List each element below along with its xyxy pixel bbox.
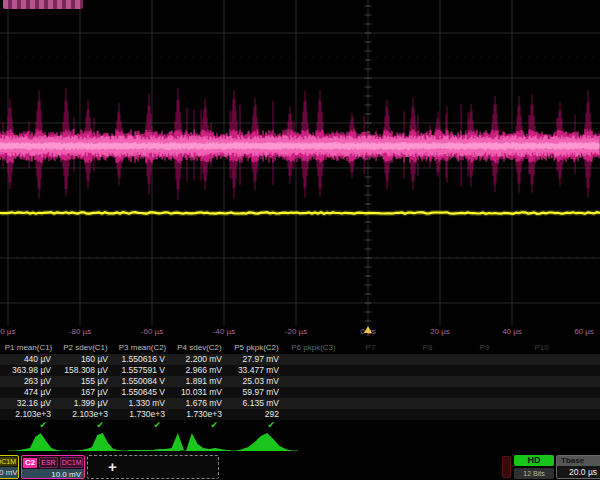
measure-P6-num	[285, 409, 342, 420]
measure-row-mean: 363.98 µV158.308 µV1.557591 V2.966 mV33.…	[0, 365, 600, 376]
measure-P5-sdev: 6.135 mV	[228, 398, 285, 409]
trigger-position-marker[interactable]	[364, 326, 372, 333]
measure-header-P8[interactable]: P8	[399, 342, 456, 354]
timebase-title: Tbase	[557, 456, 600, 466]
measure-header-P1[interactable]: P1 mean(C1)	[0, 342, 57, 354]
histicon-P2[interactable]	[70, 433, 130, 451]
measure-P4-min: 1.891 mV	[171, 376, 228, 387]
measure-P4-mean: 2.966 mV	[171, 365, 228, 376]
c2-eres-badge: ESR	[39, 457, 57, 468]
c1-scale-value: 0 mV	[0, 467, 18, 478]
measure-P4-num: 1.730e+3	[171, 409, 228, 420]
measure-P1-mean: 363.98 µV	[0, 365, 57, 376]
cropped-header-label	[3, 0, 83, 9]
measure-P3-sdev: 1.330 mV	[114, 398, 171, 409]
measure-P8-mean	[399, 365, 456, 376]
measure-P3-num: 1.730e+3	[114, 409, 171, 420]
measure-header-P6[interactable]: P6 pkpk(C3)	[285, 342, 342, 354]
measure-header-P5[interactable]: P5 pkpk(C2)	[228, 342, 285, 354]
time-axis-label: 40 µs	[502, 327, 522, 336]
measure-P5-mean: 33.477 mV	[228, 365, 285, 376]
oscilloscope-screen: -100 µs-80 µs-60 µs-40 µs-20 µs0 µs20 µs…	[0, 0, 600, 480]
measure-P7-max	[342, 387, 399, 398]
measure-P7-min	[342, 376, 399, 387]
measure-P7-mean	[342, 365, 399, 376]
histicon-P5[interactable]	[230, 433, 298, 451]
measure-row-num: 2.103e+32.103e+31.730e+31.730e+3292	[0, 409, 600, 420]
time-axis-label: 20 µs	[430, 327, 450, 336]
measure-P5-max: 59.97 mV	[228, 387, 285, 398]
descriptor-bar: DC1M 0 mV C2 ESR DC1M 10.0 mV + HD 12 Bi…	[0, 453, 600, 480]
timebase-value: 20.0 µs	[557, 466, 600, 478]
measure-P4-max: 10.031 mV	[171, 387, 228, 398]
measure-P9-min	[456, 376, 513, 387]
measure-P6-sdev	[285, 398, 342, 409]
measure-P4-value: 2.200 mV	[171, 354, 228, 365]
hd-mode-badge[interactable]: HD 12 Bits	[514, 455, 554, 479]
measure-P6-min	[285, 376, 342, 387]
measure-P8-max	[399, 387, 456, 398]
measure-P2-num: 2.103e+3	[57, 409, 114, 420]
channel-c2-descriptor[interactable]: C2 ESR DC1M 10.0 mV	[21, 455, 85, 479]
measure-P10-sdev	[513, 398, 570, 409]
histicon-P1[interactable]	[8, 433, 68, 451]
plus-icon: +	[108, 458, 117, 475]
measure-P10-min	[513, 376, 570, 387]
measure-P1-sdev: 32.16 µV	[0, 398, 57, 409]
measure-header-P2[interactable]: P2 sdev(C1)	[57, 342, 114, 354]
measure-header-P3[interactable]: P3 mean(C2)	[114, 342, 171, 354]
measure-P3-min: 1.550084 V	[114, 376, 171, 387]
hd-bits-label: 12 Bits	[514, 468, 554, 479]
measure-P7-sdev	[342, 398, 399, 409]
measure-P10-value	[513, 354, 570, 365]
add-trace-button[interactable]: +	[87, 455, 219, 479]
measure-header-P10[interactable]: P10	[513, 342, 570, 354]
histicon-strip	[0, 429, 600, 454]
time-axis-label: 60 µs	[574, 327, 594, 336]
measure-P5-num: 292	[228, 409, 285, 420]
measure-P8-num	[399, 409, 456, 420]
measure-P1-max: 474 µV	[0, 387, 57, 398]
measure-P1-value: 440 µV	[0, 354, 57, 365]
measure-P2-sdev: 1.399 µV	[57, 398, 114, 409]
measure-P6-mean	[285, 365, 342, 376]
measure-header-P7[interactable]: P7	[342, 342, 399, 354]
measure-P1-num: 2.103e+3	[0, 409, 57, 420]
time-axis-label: -20 µs	[285, 327, 307, 336]
cropped-trigger-descriptor[interactable]	[502, 456, 511, 478]
c2-scale-value: 10.0 mV	[22, 469, 84, 479]
measure-P8-min	[399, 376, 456, 387]
measure-P10-num	[513, 409, 570, 420]
measure-P4-sdev: 1.676 mV	[171, 398, 228, 409]
measure-P9-value	[456, 354, 513, 365]
waveform-display[interactable]	[0, 0, 600, 326]
measure-header-P4[interactable]: P4 sdev(C2)	[171, 342, 228, 354]
measure-P7-num	[342, 409, 399, 420]
measure-P10-max	[513, 387, 570, 398]
time-axis: -100 µs-80 µs-60 µs-40 µs-20 µs0 µs20 µs…	[0, 325, 600, 339]
measure-P8-value	[399, 354, 456, 365]
measure-row-value: 440 µV160 µV1.550616 V2.200 mV27.97 mV	[0, 354, 600, 365]
measure-P7-value	[342, 354, 399, 365]
timebase-descriptor[interactable]: Tbase 20.0 µs	[556, 455, 600, 479]
time-axis-label: -100 µs	[0, 327, 15, 336]
measure-P5-min: 25.03 mV	[228, 376, 285, 387]
measure-P9-sdev	[456, 398, 513, 409]
measurement-table: P1 mean(C1)P2 sdev(C1)P3 mean(C2)P4 sdev…	[0, 342, 600, 431]
histicon-P4[interactable]	[180, 433, 244, 451]
measure-P6-value	[285, 354, 342, 365]
measure-P8-sdev	[399, 398, 456, 409]
measure-P9-mean	[456, 365, 513, 376]
time-axis-label: -60 µs	[141, 327, 163, 336]
measure-row-min: 263 µV155 µV1.550084 V1.891 mV25.03 mV	[0, 376, 600, 387]
measure-P9-max	[456, 387, 513, 398]
measure-row-sdev: 32.16 µV1.399 µV1.330 mV1.676 mV6.135 mV	[0, 398, 600, 409]
measure-P5-value: 27.97 mV	[228, 354, 285, 365]
measure-P1-min: 263 µV	[0, 376, 57, 387]
measure-header-P9[interactable]: P9	[456, 342, 513, 354]
measure-row-max: 474 µV167 µV1.550645 V10.031 mV59.97 mV	[0, 387, 600, 398]
channel-c1-descriptor[interactable]: DC1M 0 mV	[0, 455, 19, 479]
histicon-P3[interactable]	[122, 433, 190, 451]
c1-coupling-badge: DC1M	[0, 457, 17, 466]
measure-P3-mean: 1.557591 V	[114, 365, 171, 376]
